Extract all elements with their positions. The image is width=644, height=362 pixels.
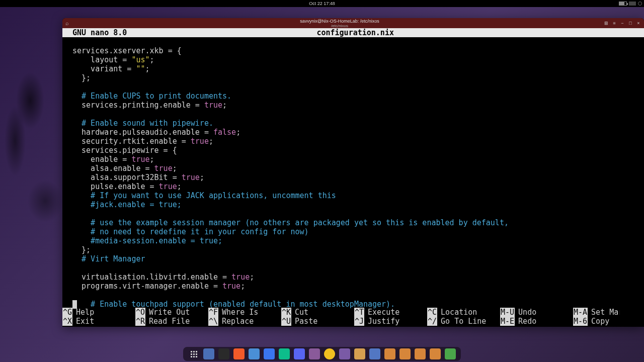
minimize-icon[interactable]: − (620, 21, 625, 26)
dock-ws1[interactable] (384, 348, 395, 359)
terminal-window: ⌕ savvynix@Nix-OS-HomeLab: /etc/nixos /e… (62, 18, 644, 327)
shortcut-redo: M-ERedo (500, 317, 573, 326)
clock: Oct 22 17:48 (309, 1, 335, 6)
shortcut-replace: ^\Replace (208, 317, 281, 326)
shortcut-location: ^CLocation (427, 308, 500, 317)
shortcut-paste: ^UPaste (281, 317, 354, 326)
dock-nix[interactable] (369, 348, 380, 359)
shortcut-execute: ^TExecute (354, 308, 427, 317)
search-icon[interactable]: ⌕ (65, 20, 69, 26)
dock-element[interactable] (279, 348, 290, 359)
apps-grid-icon[interactable] (188, 348, 199, 359)
maximize-icon[interactable]: □ (628, 21, 633, 26)
dock-gopass[interactable] (354, 348, 365, 359)
dock-firefox[interactable] (249, 348, 260, 359)
terminal-titlebar[interactable]: ⌕ savvynix@Nix-OS-HomeLab: /etc/nixos /e… (62, 18, 644, 28)
dock-ws2[interactable] (399, 348, 411, 359)
terminal-subtitle: /etc/nixos (75, 24, 604, 28)
tray-indicator (629, 2, 636, 6)
shortcut-undo: M-UUndo (500, 308, 573, 317)
dock-brightness[interactable] (324, 348, 335, 359)
dock-terminal[interactable] (218, 348, 229, 359)
dock-ws4[interactable] (430, 348, 441, 359)
shortcut-go-to-line: ^/Go To Line (427, 317, 500, 326)
shortcut-write-out: ^OWrite Out (135, 308, 208, 317)
dock-obsidian[interactable] (339, 348, 350, 359)
pip-overlay (620, 277, 644, 327)
shortcut-justify: ^JJustify (354, 317, 427, 326)
nano-shortcuts: ^GHelp^OWrite Out^FWhere Is^KCut^TExecut… (62, 308, 644, 327)
dock-calendar[interactable] (203, 348, 214, 359)
nano-filename: configuration.nix (76, 28, 634, 37)
menu-icon[interactable]: ≡ (612, 21, 617, 26)
shortcut-help: ^GHelp (62, 308, 135, 317)
shortcut-read-file: ^RRead File (135, 317, 208, 326)
dock-brave[interactable] (233, 348, 245, 359)
new-tab-icon[interactable]: ⊞ (604, 21, 609, 26)
dock-files[interactable] (309, 348, 320, 359)
desktop-topbar: Oct 22 17:48 (0, 0, 644, 7)
shortcut-cut: ^KCut (281, 308, 354, 317)
dock (183, 347, 461, 361)
shortcut-where-is: ^FWhere Is (208, 308, 281, 317)
battery-icon (619, 2, 627, 6)
power-icon[interactable] (638, 2, 642, 6)
terminal-title: savvynix@Nix-OS-HomeLab: /etc/nixos (75, 19, 604, 24)
close-icon[interactable]: × (636, 21, 641, 26)
dock-signal[interactable] (264, 348, 275, 359)
editor-content[interactable]: services.xserver.xkb = { layout = "us"; … (62, 37, 644, 309)
nano-titlebar: GNU nano 8.0 configuration.nix (62, 28, 644, 37)
dock-ws3[interactable] (415, 348, 426, 359)
dock-trash[interactable] (445, 348, 456, 359)
shortcut-exit: ^XExit (62, 317, 135, 326)
dock-discord[interactable] (294, 348, 305, 359)
